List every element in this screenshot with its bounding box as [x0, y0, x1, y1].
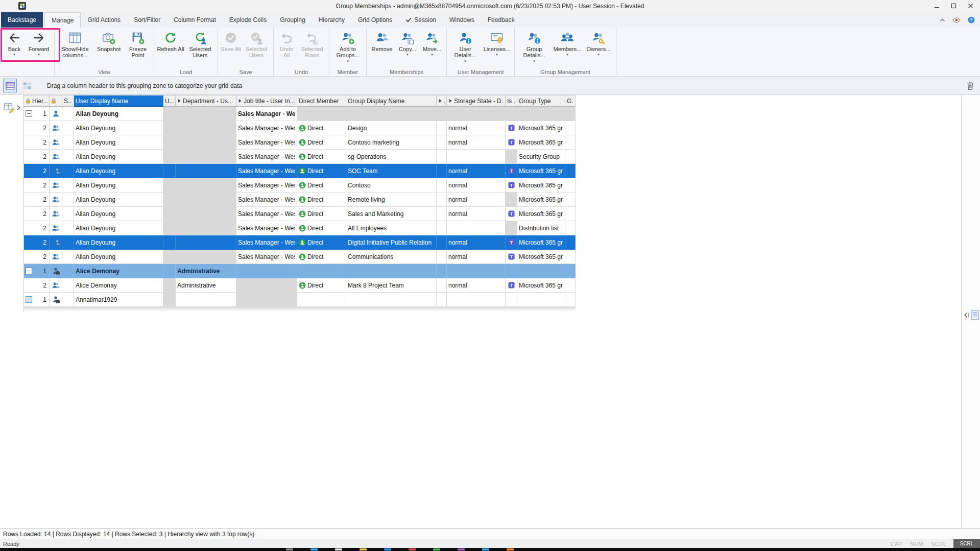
tab-feedback[interactable]: Feedback [481, 12, 521, 28]
ribbon-button-freeze-point[interactable]: Freeze Point [124, 30, 152, 60]
cell-direct[interactable]: Direct [297, 207, 346, 221]
cell-is[interactable] [506, 264, 517, 278]
cell-icon[interactable] [50, 150, 62, 164]
cell-dept[interactable] [176, 207, 236, 221]
close-button[interactable] [963, 1, 978, 11]
grid-row[interactable]: 1Annatimar1929 [24, 293, 576, 307]
cell-u[interactable] [163, 178, 176, 193]
cell-g[interactable] [565, 221, 576, 235]
cell-name[interactable]: Allan Deyoung [74, 250, 163, 264]
ribbon-button-add-to-groups[interactable]: Add to Groups...▾ [331, 30, 364, 64]
grid-row[interactable]: −1Allan DeyoungSales Manager - We [24, 107, 576, 121]
cell-icon[interactable] [50, 135, 62, 150]
collapse-panel-icon[interactable] [963, 312, 969, 318]
column-header-s[interactable]: S... [62, 95, 74, 107]
tab-manage[interactable]: Manage [44, 12, 81, 28]
cell-direct[interactable]: Direct [297, 121, 346, 135]
cell-hier[interactable]: −1 [24, 264, 50, 278]
tab-explode-cells[interactable]: Explode Cells [223, 12, 273, 28]
cell-is[interactable]: T [506, 121, 517, 135]
tab-hierarchy[interactable]: Hierarchy [312, 12, 351, 28]
cell-storage[interactable]: normal [447, 135, 506, 150]
dock-panel-tab-icon[interactable] [971, 310, 979, 320]
cell-dept[interactable] [176, 150, 236, 164]
cell-direct[interactable] [297, 293, 346, 307]
cell-group[interactable]: Communications [346, 250, 437, 264]
cell-dept[interactable] [176, 135, 236, 150]
column-header-arrow[interactable]: ... [437, 95, 447, 107]
cell-job[interactable]: Sales Manager - We [236, 107, 297, 121]
cell-icon[interactable] [50, 235, 62, 250]
ribbon-button-selected-users[interactable]: Selected Users [185, 30, 216, 60]
cell-arrow[interactable] [437, 107, 447, 121]
grid-row[interactable]: 2Allan DeyoungSales Manager - WesDirectA… [24, 221, 576, 235]
cell-gtype[interactable] [517, 264, 565, 278]
cell-hier[interactable]: 2 [24, 235, 50, 250]
ribbon-button-back[interactable]: Back▾ [3, 30, 26, 57]
cell-gtype[interactable] [517, 293, 565, 307]
cell-direct[interactable]: Direct [297, 250, 346, 264]
cell-u[interactable] [163, 121, 176, 135]
cell-direct[interactable] [297, 264, 346, 278]
cell-u[interactable] [163, 278, 176, 293]
cell-is[interactable]: T [506, 135, 517, 150]
view-toggle-cards[interactable] [20, 79, 34, 92]
cell-s[interactable] [62, 193, 74, 207]
cell-dept[interactable]: Administrative [176, 264, 236, 278]
cell-s[interactable] [62, 293, 74, 307]
cell-arrow[interactable] [437, 278, 447, 293]
cell-s[interactable] [62, 221, 74, 235]
cell-g[interactable] [565, 150, 576, 164]
grid-row[interactable]: 2Allan DeyoungSales Manager - WesDirectC… [24, 135, 576, 150]
cell-g[interactable] [565, 164, 576, 178]
cell-dept[interactable] [176, 235, 236, 250]
cell-direct[interactable]: Direct [297, 278, 346, 293]
cell-group[interactable]: sg-Operations [346, 150, 437, 164]
grid-row[interactable]: 2Allan DeyoungSales Manager - WesDirectC… [24, 250, 576, 264]
cell-job[interactable]: Sales Manager - Wes [236, 164, 297, 178]
cell-is[interactable]: T [506, 207, 517, 221]
tab-grid-actions[interactable]: Grid Actions [81, 12, 127, 28]
grid-row[interactable]: 2Allan DeyoungSales Manager - WesDirectR… [24, 193, 576, 207]
cell-g[interactable] [565, 178, 576, 193]
ribbon-button-undo-all[interactable]: Undo All [276, 30, 297, 60]
cell-u[interactable] [163, 264, 176, 278]
cell-group[interactable]: Contoso [346, 178, 437, 193]
cell-u[interactable] [163, 235, 176, 250]
cell-g[interactable] [565, 135, 576, 150]
cell-job[interactable]: Sales Manager - Wes [236, 150, 297, 164]
cell-hier[interactable]: 2 [24, 221, 50, 235]
cell-name[interactable]: Alice Demonay [74, 264, 163, 278]
grid-row[interactable]: 2Allan DeyoungSales Manager - WesDirectC… [24, 178, 576, 193]
cell-u[interactable] [163, 221, 176, 235]
ribbon-button-move[interactable]: Move...▾ [420, 30, 444, 57]
cell-icon[interactable] [50, 221, 62, 235]
cell-u[interactable] [163, 107, 176, 121]
cell-arrow[interactable] [437, 221, 447, 235]
ribbon-button-forward[interactable]: Forward▾ [26, 30, 52, 57]
cell-storage[interactable]: normal [447, 250, 506, 264]
grid-row[interactable]: 2Allan DeyoungSales Manager - WesDirectS… [24, 207, 576, 221]
cell-name[interactable]: Allan Deyoung [74, 164, 163, 178]
cell-group[interactable]: Contoso marketing [346, 135, 437, 150]
cell-direct[interactable] [297, 107, 346, 121]
cell-job[interactable]: Sales Manager - Wes [236, 193, 297, 207]
ribbon-button-show-hide-columns[interactable]: Show/Hide columns... [57, 30, 93, 60]
cell-s[interactable] [62, 164, 74, 178]
ribbon-button-snapshot[interactable]: Snapshot [93, 30, 124, 53]
cell-direct[interactable]: Direct [297, 150, 346, 164]
cell-name[interactable]: Alice Demonay [74, 278, 163, 293]
cell-g[interactable] [565, 207, 576, 221]
cell-hier[interactable]: 2 [24, 135, 50, 150]
cell-g[interactable] [565, 250, 576, 264]
cell-direct[interactable]: Direct [297, 135, 346, 150]
cell-job[interactable]: Sales Manager - Wes [236, 250, 297, 264]
cell-gtype[interactable]: Microsoft 365 gr [517, 250, 565, 264]
cell-gtype[interactable]: Microsoft 365 gr [517, 178, 565, 193]
cell-gtype[interactable]: Microsoft 365 gr [517, 207, 565, 221]
tab-grid-options[interactable]: Grid Options [351, 12, 399, 28]
cell-direct[interactable]: Direct [297, 178, 346, 193]
ribbon-button-group-details[interactable]: Group Details...▾ [517, 30, 552, 64]
cell-job[interactable]: Sales Manager - Wes [236, 135, 297, 150]
tab-sort-filter[interactable]: Sort/Filter [127, 12, 167, 28]
